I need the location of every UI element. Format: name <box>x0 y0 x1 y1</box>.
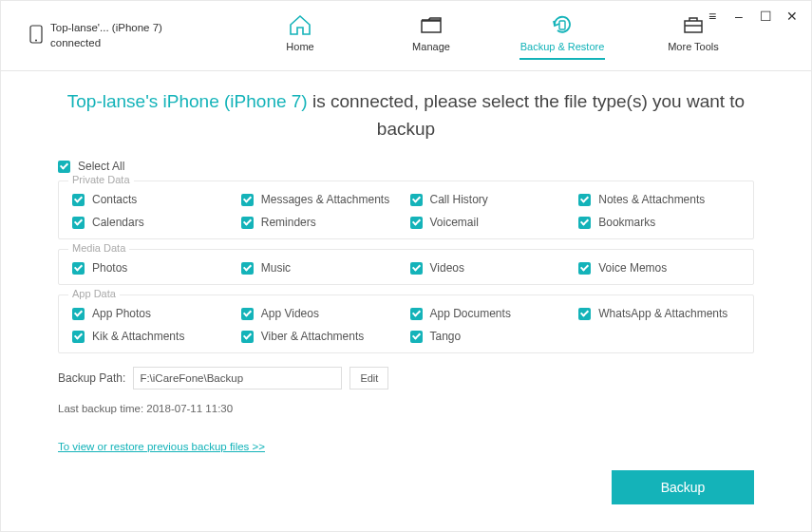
select-all-row[interactable]: Select All <box>58 160 754 173</box>
view-previous-link[interactable]: To view or restore previous backup files… <box>58 441 265 452</box>
checkbox-icon[interactable] <box>241 262 254 275</box>
item-label: Contacts <box>92 193 137 206</box>
checkbox-icon[interactable] <box>410 262 423 275</box>
checkbox-item[interactable]: Tango <box>410 330 572 343</box>
checkbox-icon[interactable] <box>241 331 254 343</box>
tab-label: More Tools <box>668 41 719 52</box>
checkbox-icon[interactable] <box>410 331 423 343</box>
item-label: Videos <box>430 261 464 275</box>
checkbox-item[interactable]: Music <box>241 261 403 275</box>
checkbox-item[interactable]: App Documents <box>410 307 572 320</box>
backup-path-input[interactable] <box>133 367 342 390</box>
checkbox-item[interactable]: Kik & Attachments <box>72 330 234 343</box>
item-label: Tango <box>430 330 462 343</box>
app-grid: App PhotosApp VideosApp DocumentsWhatsAp… <box>72 307 740 343</box>
item-label: Reminders <box>261 216 316 229</box>
tab-label: Home <box>286 41 313 52</box>
checkbox-icon[interactable] <box>241 217 254 229</box>
last-backup-time: Last backup time: 2018-07-11 11:30 <box>58 403 754 414</box>
group-title: Private Data <box>68 174 134 185</box>
checkbox-item[interactable]: Calendars <box>72 216 234 229</box>
checkbox-icon[interactable] <box>410 194 423 206</box>
checkbox-item[interactable]: App Videos <box>241 307 403 320</box>
checkbox-icon[interactable] <box>72 308 85 320</box>
select-all-label: Select All <box>78 160 124 173</box>
content: Top-lanse's iPhone (iPhone 7) is connect… <box>1 71 811 453</box>
group-app-data: App Data App PhotosApp VideosApp Documen… <box>58 294 754 353</box>
checkbox-item[interactable]: Call History <box>410 193 572 206</box>
tab-label: Manage <box>412 41 450 52</box>
item-label: Kik & Attachments <box>92 330 184 343</box>
checkbox-item[interactable]: Bookmarks <box>578 216 740 229</box>
checkbox-item[interactable]: Contacts <box>72 193 234 206</box>
minimize-icon[interactable]: – <box>731 9 746 24</box>
home-icon <box>288 12 312 37</box>
close-icon[interactable]: ✕ <box>784 9 800 24</box>
nav: Home Manage Backup & Restore More Tools <box>257 12 736 60</box>
checkbox-icon[interactable] <box>410 308 423 320</box>
checkbox-item[interactable]: Viber & Attachments <box>241 330 403 343</box>
toolbox-icon <box>681 12 706 37</box>
header: Top-lanse'... (iPhone 7) connected Home … <box>1 1 811 71</box>
window-controls: ≡ – ☐ ✕ <box>705 9 800 24</box>
group-private-data: Private Data ContactsMessages & Attachme… <box>58 180 754 239</box>
checkbox-icon[interactable] <box>578 217 591 229</box>
folder-icon <box>419 12 444 37</box>
tab-label: Backup & Restore <box>520 41 605 52</box>
item-label: WhatsApp & Attachments <box>598 307 727 320</box>
item-label: App Videos <box>261 307 319 320</box>
tab-home[interactable]: Home <box>257 12 343 60</box>
checkbox-item[interactable]: App Photos <box>72 307 234 320</box>
checkbox-icon[interactable] <box>578 194 591 206</box>
checkbox-item[interactable]: Photos <box>72 261 234 275</box>
item-label: Voicemail <box>430 216 479 229</box>
item-label: Viber & Attachments <box>261 330 365 343</box>
checkbox-icon[interactable] <box>72 331 85 343</box>
checkbox-item[interactable]: Messages & Attachments <box>241 193 403 206</box>
backup-button[interactable]: Backup <box>612 470 754 504</box>
private-grid: ContactsMessages & AttachmentsCall Histo… <box>72 193 740 229</box>
item-label: Messages & Attachments <box>261 193 389 206</box>
item-label: Photos <box>92 261 127 275</box>
checkbox-item[interactable]: WhatsApp & Attachments <box>578 307 740 320</box>
group-title: Media Data <box>68 242 129 254</box>
item-label: Bookmarks <box>598 216 655 229</box>
item-label: App Documents <box>430 307 511 320</box>
item-label: Music <box>261 261 291 275</box>
phone-icon <box>29 25 43 47</box>
device-status: connected <box>50 36 162 51</box>
checkbox-item[interactable]: Voice Memos <box>578 261 740 275</box>
media-grid: PhotosMusicVideosVoice Memos <box>72 261 740 275</box>
checkbox-icon[interactable] <box>241 194 254 206</box>
item-label: Notes & Attachments <box>598 193 705 206</box>
device-info: Top-lanse'... (iPhone 7) connected <box>29 21 219 50</box>
device-name: Top-lanse'... (iPhone 7) <box>50 21 162 36</box>
maximize-icon[interactable]: ☐ <box>758 9 773 24</box>
checkbox-icon[interactable] <box>72 217 85 229</box>
headline-rest: is connected, please select the file typ… <box>308 91 745 139</box>
checkbox-item[interactable]: Reminders <box>241 216 403 229</box>
checkbox-icon[interactable] <box>578 262 591 275</box>
group-title: App Data <box>68 288 120 299</box>
checkbox-icon[interactable] <box>578 308 591 320</box>
checkbox-item[interactable]: Notes & Attachments <box>578 193 740 206</box>
checkbox-icon[interactable] <box>410 217 423 229</box>
checkbox-icon[interactable] <box>72 262 85 275</box>
menu-icon[interactable]: ≡ <box>705 9 720 24</box>
tab-manage[interactable]: Manage <box>388 12 474 60</box>
checkbox-icon[interactable] <box>72 194 85 206</box>
edit-button[interactable]: Edit <box>349 367 388 390</box>
restore-icon <box>549 12 576 37</box>
checkbox-icon[interactable] <box>58 161 70 173</box>
tab-backup-restore[interactable]: Backup & Restore <box>519 12 605 60</box>
item-label: Calendars <box>92 216 144 229</box>
checkbox-item[interactable]: Videos <box>410 261 572 275</box>
headline-device: Top-lanse's iPhone (iPhone 7) <box>67 91 308 111</box>
checkbox-item[interactable]: Voicemail <box>410 216 572 229</box>
item-label: Voice Memos <box>598 261 667 275</box>
svg-rect-2 <box>559 21 565 29</box>
item-label: Call History <box>430 193 488 206</box>
item-label: App Photos <box>92 307 151 320</box>
checkbox-icon[interactable] <box>241 308 254 320</box>
svg-rect-3 <box>685 21 702 32</box>
